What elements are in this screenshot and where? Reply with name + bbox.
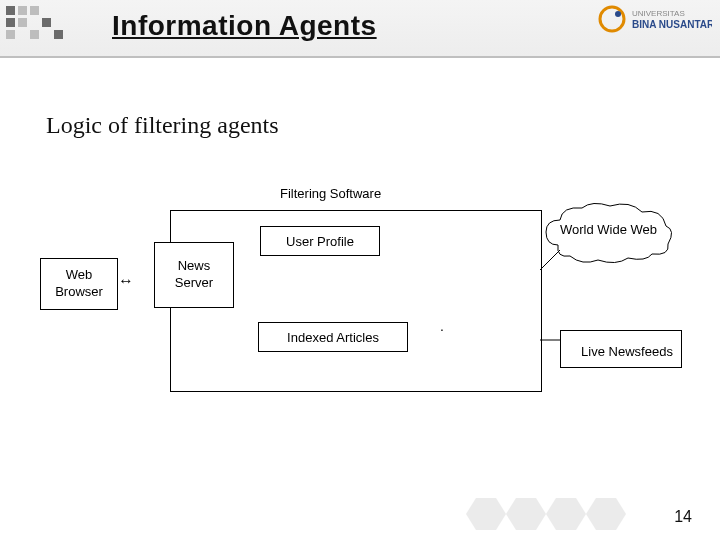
svg-point-0 xyxy=(600,7,624,31)
svg-marker-4 xyxy=(466,498,506,530)
svg-line-2 xyxy=(540,250,560,270)
svg-marker-7 xyxy=(586,498,626,530)
filtering-agents-diagram: Filtering Software User Profile Indexed … xyxy=(40,160,680,440)
logo-text-bottom: BINA NUSANTARA xyxy=(632,19,712,30)
corner-squares-decoration xyxy=(6,6,98,50)
university-logo: UNIVERSITAS BINA NUSANTARA xyxy=(594,2,712,50)
web-browser-line2: Browser xyxy=(55,284,103,301)
news-server-line2: Server xyxy=(175,275,213,292)
page-number: 14 xyxy=(674,508,692,526)
news-server-line1: News xyxy=(178,258,211,275)
web-browser-box: Web Browser xyxy=(40,258,118,310)
bidirectional-arrow-icon: ↔ xyxy=(118,272,134,290)
svg-marker-6 xyxy=(546,498,586,530)
filtering-software-label: Filtering Software xyxy=(280,186,381,201)
header-band: Information Agents UNIVERSITAS BINA NUSA… xyxy=(0,0,720,58)
web-browser-line1: Web xyxy=(66,267,93,284)
slide-title: Information Agents xyxy=(112,10,377,42)
svg-marker-5 xyxy=(506,498,546,530)
indexed-articles-box: Indexed Articles xyxy=(258,322,408,352)
user-profile-box: User Profile xyxy=(260,226,380,256)
hexagon-decoration xyxy=(456,494,656,534)
slide-subtitle: Logic of filtering agents xyxy=(46,112,279,139)
connector-dot: . xyxy=(440,318,444,334)
connector-lines xyxy=(540,210,580,370)
logo-text-top: UNIVERSITAS xyxy=(632,9,685,18)
svg-point-1 xyxy=(615,11,621,17)
news-server-box: News Server xyxy=(154,242,234,308)
